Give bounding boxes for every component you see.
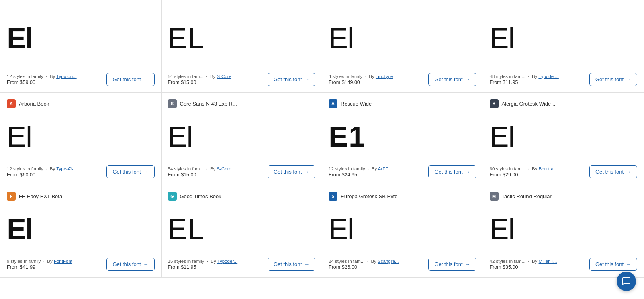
font-card-footer: 12 styles in family · By ArFF From $24.9… xyxy=(329,165,476,178)
arrow-icon: → xyxy=(143,169,149,175)
font-meta: 60 styles in fam... · By Borutta ... xyxy=(490,166,559,171)
get-font-button[interactable]: Get this font → xyxy=(106,73,154,86)
font-grid: El 12 styles in family · By Typofon... F… xyxy=(0,0,644,278)
foundry-link[interactable]: Borutta ... xyxy=(539,166,559,171)
font-price: From $11.95 xyxy=(168,264,238,270)
arrow-icon: → xyxy=(626,76,631,82)
font-meta: 54 styles in fam... · By S-Core xyxy=(168,166,232,171)
font-meta: 12 styles in family · By Typofon... xyxy=(7,74,77,79)
get-font-button[interactable]: Get this font → xyxy=(589,73,637,86)
font-card-header: A Arboria Book xyxy=(7,99,155,108)
font-preview-text: E1 xyxy=(329,122,366,151)
arrow-icon: → xyxy=(465,76,470,82)
foundry-link[interactable]: S-Core xyxy=(217,74,231,79)
get-font-button[interactable]: Get this font → xyxy=(268,258,315,271)
get-font-button[interactable]: Get this font → xyxy=(106,258,154,271)
arrow-icon: → xyxy=(143,76,149,82)
get-font-label: Get this font xyxy=(595,76,624,82)
font-preview-area: EL xyxy=(168,7,316,70)
font-preview-text: EL xyxy=(168,215,205,244)
foundry-link[interactable]: Typofon... xyxy=(56,74,77,79)
font-info: 42 styles in fam... · By Miller T... Fro… xyxy=(490,259,557,270)
get-font-button[interactable]: Get this font → xyxy=(268,73,315,86)
get-font-label: Get this font xyxy=(274,76,302,82)
font-meta: 24 styles in fam... · By Scangra... xyxy=(329,259,399,264)
font-card-footer: 15 styles in family · By Typoder... From… xyxy=(168,258,316,271)
font-card-header: G Good Times Book xyxy=(168,192,316,201)
font-info: 54 styles in fam... · By S-Core From $15… xyxy=(168,166,232,178)
font-price: From $59.00 xyxy=(7,80,77,85)
font-preview-text: El xyxy=(329,24,354,53)
font-info: 24 styles in fam... · By Scangra... From… xyxy=(329,259,399,270)
foundry-link[interactable]: Typoder... xyxy=(538,74,559,79)
font-card-r5: A Arboria Book El 12 styles in family · … xyxy=(0,93,162,185)
get-font-label: Get this font xyxy=(434,169,462,175)
font-meta: 12 styles in family · By ArFF xyxy=(329,166,388,171)
font-card-footer: 4 styles in family · By Linotype From $1… xyxy=(329,73,476,86)
font-card-footer: 12 styles in family · By Typofon... From… xyxy=(7,73,155,86)
font-icon: F xyxy=(7,192,16,201)
font-price: From $15.00 xyxy=(168,80,232,85)
font-card-r3: El 4 styles in family · By Linotype From… xyxy=(322,0,483,93)
font-card-r12: M Tactic Round Regular El 42 styles in f… xyxy=(483,185,644,278)
foundry-link[interactable]: Typoder... xyxy=(217,259,238,264)
foundry-link[interactable]: FontFont xyxy=(54,259,72,264)
font-price: From $60.00 xyxy=(7,172,77,178)
font-meta: 4 styles in family · By Linotype xyxy=(329,74,393,79)
get-font-button[interactable]: Get this font → xyxy=(589,258,637,271)
get-font-button[interactable]: Get this font → xyxy=(106,165,154,178)
font-preview-text: El xyxy=(7,215,33,244)
foundry-link[interactable]: Scangra... xyxy=(378,259,399,264)
font-preview-area: E1 xyxy=(329,111,476,162)
font-meta: 54 styles in fam... · By S-Core xyxy=(168,74,232,79)
foundry-link[interactable]: ArFF xyxy=(378,166,388,171)
get-font-button[interactable]: Get this font → xyxy=(428,258,476,271)
arrow-icon: → xyxy=(304,76,309,82)
font-meta: 42 styles in fam... · By Miller T... xyxy=(490,259,557,264)
font-icon: B xyxy=(490,99,499,108)
font-preview-text: El xyxy=(329,215,354,244)
get-font-button[interactable]: Get this font → xyxy=(589,165,637,178)
font-card-header: B Alergia Grotesk Wide ... xyxy=(490,99,638,108)
arrow-icon: → xyxy=(626,169,631,175)
font-name: Tactic Round Regular xyxy=(502,193,552,199)
get-font-label: Get this font xyxy=(595,169,624,175)
font-preview-text: EL xyxy=(168,24,205,53)
foundry-link[interactable]: S-Core xyxy=(217,166,231,171)
font-price: From $29.00 xyxy=(490,172,559,178)
foundry-link[interactable]: Miller T... xyxy=(539,259,557,264)
font-preview-area: El xyxy=(490,7,638,70)
get-font-button[interactable]: Get this font → xyxy=(268,165,315,178)
font-preview-area: El xyxy=(7,204,155,254)
font-preview-area: El xyxy=(490,111,638,162)
foundry-link[interactable]: Type-Ø-... xyxy=(56,166,77,171)
arrow-icon: → xyxy=(304,169,309,175)
font-info: 12 styles in family · By ArFF From $24.9… xyxy=(329,166,388,178)
font-card-header: A Rescue Wide xyxy=(329,99,476,108)
font-icon: S xyxy=(168,99,177,108)
font-info: 12 styles in family · By Typofon... From… xyxy=(7,74,77,85)
font-card-footer: 54 styles in fam... · By S-Core From $15… xyxy=(168,165,316,178)
font-info: 9 styles in family · By FontFont From $4… xyxy=(7,259,72,270)
font-card-footer: 60 styles in fam... · By Borutta ... Fro… xyxy=(490,165,638,178)
font-icon: M xyxy=(490,192,499,201)
font-card-r4: El 48 styles in fam... · By Typoder... F… xyxy=(483,0,644,93)
font-card-header: M Tactic Round Regular xyxy=(490,192,638,201)
font-info: 54 styles in fam... · By S-Core From $15… xyxy=(168,74,232,85)
font-info: 60 styles in fam... · By Borutta ... Fro… xyxy=(490,166,559,178)
get-font-button[interactable]: Get this font → xyxy=(428,73,476,86)
font-name: Arboria Book xyxy=(19,101,49,107)
font-card-r6: S Core Sans N 43 Exp R... El 54 styles i… xyxy=(162,93,323,185)
font-info: 15 styles in family · By Typoder... From… xyxy=(168,259,238,270)
font-price: From $35.00 xyxy=(490,264,557,270)
foundry-link[interactable]: Linotype xyxy=(376,74,393,79)
font-meta: 15 styles in family · By Typoder... xyxy=(168,259,238,264)
font-preview-text: El xyxy=(490,215,515,244)
font-name: FF Eboy EXT Beta xyxy=(19,193,62,199)
font-card-footer: 9 styles in family · By FontFont From $4… xyxy=(7,258,155,271)
get-font-label: Get this font xyxy=(595,261,624,267)
font-preview-text: El xyxy=(7,122,32,151)
get-font-button[interactable]: Get this font → xyxy=(428,165,476,178)
font-card-header: F FF Eboy EXT Beta xyxy=(7,192,155,201)
font-card-footer: 54 styles in fam... · By S-Core From $15… xyxy=(168,73,316,86)
